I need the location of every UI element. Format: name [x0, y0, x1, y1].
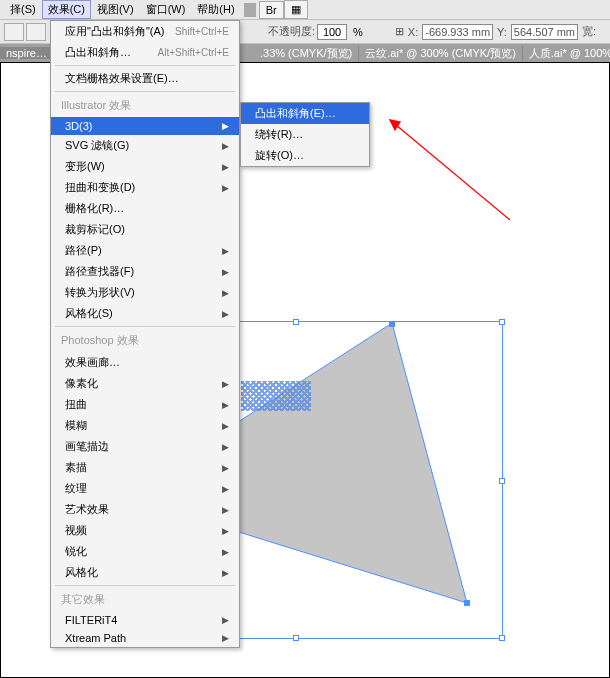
- svg-marker-5: [390, 120, 400, 130]
- width-label: 宽:: [582, 24, 596, 39]
- tab-0[interactable]: nspire…: [0, 47, 54, 59]
- illus-item-0[interactable]: 3D(3)▶: [51, 117, 239, 135]
- illus-item-6[interactable]: 路径(P)▶: [51, 240, 239, 261]
- y-input[interactable]: 564.507 mm: [511, 24, 578, 40]
- menu-view[interactable]: 视图(V): [91, 0, 140, 19]
- illus-item-4[interactable]: 栅格化(R)…: [51, 198, 239, 219]
- menu-window[interactable]: 窗口(W): [140, 0, 192, 19]
- section-other: 其它效果: [51, 588, 239, 611]
- 3d-item-2[interactable]: 旋转(O)…: [241, 145, 369, 166]
- ps-item-10[interactable]: 风格化▶: [51, 562, 239, 583]
- opacity-label: 不透明度:: [268, 24, 315, 39]
- ps-item-8[interactable]: 视频▶: [51, 520, 239, 541]
- separator: [244, 3, 256, 17]
- transform-icon[interactable]: ⊞: [395, 25, 404, 38]
- illus-item-8[interactable]: 转换为形状(V)▶: [51, 282, 239, 303]
- svg-rect-2: [389, 321, 395, 327]
- other-item-1[interactable]: Xtream Path▶: [51, 629, 239, 647]
- fill-swatch[interactable]: [4, 23, 24, 41]
- ps-item-2[interactable]: 扭曲▶: [51, 394, 239, 415]
- 3d-submenu: 凸出和斜角(E)…绕转(R)…旋转(O)…: [240, 102, 370, 167]
- menu-last-effect[interactable]: 凸出和斜角…Alt+Shift+Ctrl+E: [51, 42, 239, 63]
- annotation-arrow: [380, 110, 520, 230]
- illus-item-1[interactable]: SVG 滤镜(G)▶: [51, 135, 239, 156]
- illus-item-7[interactable]: 路径查找器(F)▶: [51, 261, 239, 282]
- illus-item-3[interactable]: 扭曲和变换(D)▶: [51, 177, 239, 198]
- x-label: X:: [408, 26, 418, 38]
- ps-item-9[interactable]: 锐化▶: [51, 541, 239, 562]
- section-illustrator: Illustrator 效果: [51, 94, 239, 117]
- illus-item-2[interactable]: 变形(W)▶: [51, 156, 239, 177]
- text-scribble: [241, 381, 311, 411]
- effects-menu: 应用"凸出和斜角"(A)Shift+Ctrl+E 凸出和斜角…Alt+Shift…: [50, 20, 240, 648]
- ps-item-0[interactable]: 效果画廊…: [51, 352, 239, 373]
- stroke-swatch[interactable]: [26, 23, 46, 41]
- bridge-icon[interactable]: Br: [259, 1, 284, 19]
- ps-item-3[interactable]: 模糊▶: [51, 415, 239, 436]
- menubar: 择(S) 效果(C) 视图(V) 窗口(W) 帮助(H) Br ▦: [0, 0, 610, 20]
- menu-select[interactable]: 择(S): [4, 0, 42, 19]
- tab-2[interactable]: 云纹.ai* @ 300% (CMYK/预览): [359, 46, 523, 61]
- svg-line-4: [390, 120, 510, 220]
- separator: [55, 91, 235, 92]
- arrange-icon[interactable]: ▦: [284, 0, 308, 19]
- ps-item-4[interactable]: 画笔描边▶: [51, 436, 239, 457]
- opacity-unit: %: [353, 26, 363, 38]
- ps-item-7[interactable]: 艺术效果▶: [51, 499, 239, 520]
- y-label: Y:: [497, 26, 507, 38]
- menu-doc-raster[interactable]: 文档栅格效果设置(E)…: [51, 68, 239, 89]
- x-input[interactable]: -669.933 mm: [422, 24, 493, 40]
- other-item-0[interactable]: FILTERiT4▶: [51, 611, 239, 629]
- menu-help[interactable]: 帮助(H): [191, 0, 240, 19]
- illus-item-9[interactable]: 风格化(S)▶: [51, 303, 239, 324]
- svg-rect-3: [464, 600, 470, 606]
- separator: [55, 65, 235, 66]
- tab-3[interactable]: 人质.ai* @ 100% (RG: [523, 46, 610, 61]
- ps-item-1[interactable]: 像素化▶: [51, 373, 239, 394]
- illus-item-5[interactable]: 裁剪标记(O): [51, 219, 239, 240]
- separator: [55, 326, 235, 327]
- section-photoshop: Photoshop 效果: [51, 329, 239, 352]
- ps-item-5[interactable]: 素描▶: [51, 457, 239, 478]
- menu-apply-last[interactable]: 应用"凸出和斜角"(A)Shift+Ctrl+E: [51, 21, 239, 42]
- separator: [55, 585, 235, 586]
- menu-effects[interactable]: 效果(C): [42, 0, 91, 19]
- 3d-item-0[interactable]: 凸出和斜角(E)…: [241, 103, 369, 124]
- opacity-input[interactable]: 100: [317, 24, 347, 40]
- ps-item-6[interactable]: 纹理▶: [51, 478, 239, 499]
- tab-1[interactable]: .33% (CMYK/预览): [254, 46, 359, 61]
- 3d-item-1[interactable]: 绕转(R)…: [241, 124, 369, 145]
